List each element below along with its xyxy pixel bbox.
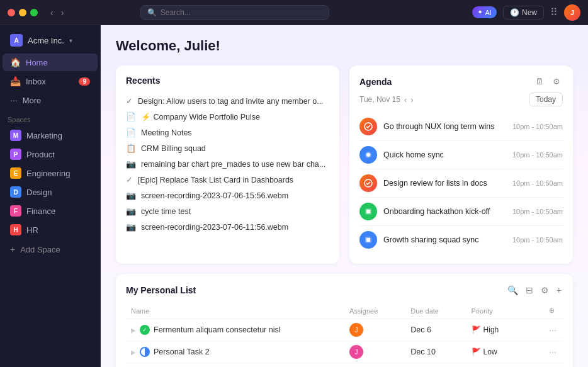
sidebar-item-engineering[interactable]: E Engineering — [3, 164, 98, 182]
agenda-event-0[interactable]: Go through NUX long term wins 10pm - 10:… — [359, 113, 563, 141]
recent-icon-3: 📋 — [126, 144, 136, 153]
sidebar-item-inbox[interactable]: 📥 Inbox 9 — [3, 72, 98, 90]
task-name-cell-2: ▶ Personal Task 3 — [126, 363, 344, 368]
sidebar-item-finance[interactable]: F Finance — [3, 202, 98, 220]
back-arrow[interactable]: ‹ — [48, 6, 56, 19]
task-name-0: Fermentum aliquam consectetur nisl — [154, 325, 280, 334]
sidebar-item-design[interactable]: D Design — [3, 183, 98, 201]
sidebar-item-home[interactable]: 🏠 Home — [3, 54, 98, 71]
title-right-controls: ✦ AI 🕐 New ⠿ J — [472, 4, 580, 21]
recent-item-6[interactable]: 📷 screen-recording-2023-07-06-15:56.webm — [126, 188, 329, 203]
task-name-cell-1: ▶ Personal Task 2 — [126, 341, 344, 363]
ai-label: AI — [485, 9, 492, 16]
event-name-0: Go through NUX long term wins — [383, 122, 506, 131]
product-space-avatar: P — [10, 149, 21, 160]
expand-icon-1[interactable]: ▶ — [131, 349, 136, 356]
recent-item-1[interactable]: 📄 ⚡ Company Wide Portfolio Pulse — [126, 109, 329, 125]
agenda-settings-btn[interactable]: ⚙ — [550, 76, 563, 88]
recent-icon-0: ✓ — [126, 96, 133, 106]
agenda-event-2[interactable]: Design review for lists in docs 10pm - 1… — [359, 169, 563, 198]
agenda-event-3[interactable]: Onboarding hackathon kick-off 10pm - 10:… — [359, 198, 563, 226]
agenda-next-btn[interactable]: › — [410, 95, 413, 104]
event-name-2: Design review for lists in docs — [383, 179, 506, 188]
recent-item-7[interactable]: 📷 cycle time test — [126, 203, 329, 219]
agenda-event-1[interactable]: Quick home sync 10pm - 10:50am — [359, 141, 563, 169]
task-more-btn-1[interactable]: ··· — [549, 347, 557, 357]
recent-item-4[interactable]: 📷 remaining bar chart pre_mades to use n… — [126, 156, 329, 172]
recent-label-0: Design: Allow users to tag and invite an… — [138, 97, 324, 106]
col-priority: Priority — [466, 304, 544, 319]
add-col-icon[interactable]: ⊕ — [549, 307, 555, 314]
clock-icon: 🕐 — [510, 8, 519, 17]
list-settings-btn[interactable]: ⚙ — [540, 284, 550, 296]
recent-label-7: cycle time test — [141, 207, 191, 216]
user-avatar[interactable]: J — [564, 4, 580, 21]
task-priority-0: 🚩 High — [466, 319, 544, 341]
expand-icon-0[interactable]: ▶ — [131, 327, 136, 334]
personal-list-card: My Personal List 🔍 ⊟ ⚙ + Name Assignee D… — [116, 274, 573, 367]
agenda-title: Agenda — [359, 77, 392, 87]
event-time-0: 10pm - 10:50am — [512, 123, 563, 130]
new-button[interactable]: 🕐 New — [503, 6, 544, 20]
sidebar-item-marketing[interactable]: M Marketing — [3, 127, 98, 144]
forward-arrow[interactable]: › — [59, 6, 67, 19]
marketing-space-label: Marketing — [26, 131, 62, 140]
recent-icon-8: 📷 — [126, 222, 136, 232]
sidebar-item-more[interactable]: ··· More — [3, 91, 98, 109]
search-bar[interactable]: 🔍 — [140, 5, 329, 20]
recent-item-8[interactable]: 📷 screen-recording-2023-07-06-11:56.webm — [126, 219, 329, 235]
recent-icon-2: 📄 — [126, 128, 136, 137]
recent-item-3[interactable]: 📋 CRM Billing squad — [126, 140, 329, 156]
agenda-prev-btn[interactable]: ‹ — [404, 95, 407, 104]
new-label: New — [522, 8, 537, 17]
product-space-label: Product — [26, 150, 55, 159]
search-input[interactable] — [161, 8, 322, 17]
marketing-space-avatar: M — [10, 130, 21, 141]
spaces-section-label: Spaces — [0, 110, 100, 126]
list-add-btn[interactable]: + — [555, 284, 563, 296]
agenda-controls: 🗓 ⚙ — [533, 76, 563, 88]
ai-badge[interactable]: ✦ AI — [472, 6, 497, 18]
home-icon: 🏠 — [10, 57, 21, 67]
ai-icon: ✦ — [477, 8, 483, 16]
grid-icon[interactable]: ⠿ — [550, 6, 558, 18]
close-window-btn[interactable] — [8, 9, 15, 16]
recent-item-2[interactable]: 📄 Meeting Notes — [126, 125, 329, 140]
sidebar-item-hr[interactable]: H HR — [3, 221, 98, 239]
content-grid: Recents ✓ Design: Allow users to tag and… — [116, 65, 573, 264]
app-layout: A Acme Inc. ▾ 🏠 Home 📥 Inbox 9 ··· More … — [0, 25, 588, 367]
task-assignee-2: J — [344, 363, 405, 368]
task-name-1: Personal Task 2 — [154, 347, 210, 356]
agenda-calendar-btn[interactable]: 🗓 — [533, 76, 546, 88]
recents-card: Recents ✓ Design: Allow users to tag and… — [116, 65, 339, 264]
recent-icon-4: 📷 — [126, 159, 136, 169]
event-time-1: 10pm - 10:50am — [512, 151, 563, 159]
recent-label-6: screen-recording-2023-07-06-15:56.webm — [141, 191, 288, 200]
task-more-1: ··· — [544, 341, 563, 363]
sidebar-home-label: Home — [26, 58, 48, 67]
minimize-window-btn[interactable] — [19, 9, 26, 16]
recent-icon-5: ✓ — [126, 175, 133, 184]
sidebar-item-product[interactable]: P Product — [3, 145, 98, 163]
recent-item-5[interactable]: ✓ [Epic] Replace Task List Card in Dashb… — [126, 172, 329, 188]
workspace-header[interactable]: A Acme Inc. ▾ — [3, 30, 98, 50]
inbox-badge: 9 — [79, 77, 90, 86]
svg-rect-5 — [366, 210, 370, 213]
maximize-window-btn[interactable] — [30, 9, 38, 16]
agenda-date-nav: Tue, Nov 15 ‹ › Today — [359, 93, 563, 106]
agenda-event-4[interactable]: Growth sharing squad sync 10pm - 10:50am — [359, 226, 563, 254]
table-row: ▶ ✓ Fermentum aliquam consectetur nisl J… — [126, 319, 563, 341]
list-search-btn[interactable]: 🔍 — [506, 284, 519, 296]
workspace-logo: A — [10, 34, 23, 47]
agenda-today-btn[interactable]: Today — [529, 93, 563, 106]
event-icon-2 — [359, 174, 377, 192]
recents-title: Recents — [126, 76, 329, 86]
add-space-button[interactable]: + Add Space — [3, 240, 98, 258]
list-filter-btn[interactable]: ⊟ — [524, 284, 534, 296]
workspace-name: Acme Inc. — [28, 36, 64, 45]
plus-icon: + — [10, 244, 15, 254]
recent-item-0[interactable]: ✓ Design: Allow users to tag and invite … — [126, 93, 329, 109]
task-more-btn-0[interactable]: ··· — [549, 325, 557, 335]
workspace-chevron-icon: ▾ — [69, 37, 72, 44]
search-icon: 🔍 — [147, 8, 157, 17]
